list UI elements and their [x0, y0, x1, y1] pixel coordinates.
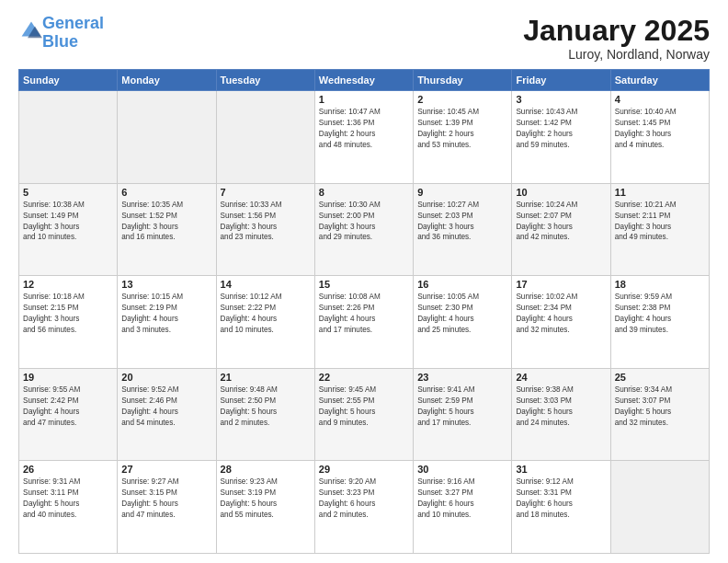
calendar-cell: 10Sunrise: 10:24 AM Sunset: 2:07 PM Dayl…: [512, 183, 610, 276]
day-number: 16: [417, 279, 507, 290]
day-number: 28: [221, 464, 311, 475]
logo: General Blue: [18, 15, 104, 52]
calendar-cell: 7Sunrise: 10:33 AM Sunset: 1:56 PM Dayli…: [216, 183, 314, 276]
month-title: January 2025: [523, 15, 710, 47]
calendar-cell: 19Sunrise: 9:55 AM Sunset: 2:42 PM Dayli…: [19, 368, 118, 461]
col-saturday: Saturday: [610, 70, 709, 91]
week-row-4: 19Sunrise: 9:55 AM Sunset: 2:42 PM Dayli…: [19, 368, 710, 461]
week-row-3: 12Sunrise: 10:18 AM Sunset: 2:15 PM Dayl…: [19, 276, 710, 369]
day-number: 10: [516, 187, 606, 198]
day-detail: Sunrise: 10:05 AM Sunset: 2:30 PM Daylig…: [417, 292, 507, 336]
calendar-cell: 27Sunrise: 9:27 AM Sunset: 3:15 PM Dayli…: [118, 461, 216, 554]
col-friday: Friday: [512, 70, 610, 91]
calendar-cell: 1Sunrise: 10:47 AM Sunset: 1:36 PM Dayli…: [314, 91, 413, 184]
day-detail: Sunrise: 10:12 AM Sunset: 2:22 PM Daylig…: [221, 292, 311, 336]
calendar-cell: 22Sunrise: 9:45 AM Sunset: 2:55 PM Dayli…: [314, 368, 413, 461]
calendar-cell: 17Sunrise: 10:02 AM Sunset: 2:34 PM Dayl…: [512, 276, 610, 369]
day-number: 22: [319, 372, 409, 383]
day-number: 6: [121, 187, 211, 198]
day-detail: Sunrise: 9:12 AM Sunset: 3:31 PM Dayligh…: [516, 477, 606, 521]
calendar-cell: [118, 91, 216, 184]
calendar-cell: [216, 91, 314, 184]
day-detail: Sunrise: 10:40 AM Sunset: 1:45 PM Daylig…: [615, 107, 705, 151]
day-detail: Sunrise: 9:16 AM Sunset: 3:27 PM Dayligh…: [417, 477, 507, 521]
day-detail: Sunrise: 10:02 AM Sunset: 2:34 PM Daylig…: [516, 292, 606, 336]
calendar-cell: 6Sunrise: 10:35 AM Sunset: 1:52 PM Dayli…: [118, 183, 216, 276]
logo-text: General Blue: [42, 15, 104, 52]
day-detail: Sunrise: 9:31 AM Sunset: 3:11 PM Dayligh…: [23, 477, 113, 521]
day-detail: Sunrise: 9:41 AM Sunset: 2:59 PM Dayligh…: [417, 385, 507, 429]
page-header: General Blue January 2025 Luroy, Nordlan…: [18, 15, 710, 62]
day-detail: Sunrise: 9:27 AM Sunset: 3:15 PM Dayligh…: [121, 477, 211, 521]
calendar-cell: 26Sunrise: 9:31 AM Sunset: 3:11 PM Dayli…: [19, 461, 118, 554]
day-number: 26: [23, 464, 113, 475]
day-number: 21: [221, 372, 311, 383]
day-detail: Sunrise: 10:18 AM Sunset: 2:15 PM Daylig…: [23, 292, 113, 336]
week-row-1: 1Sunrise: 10:47 AM Sunset: 1:36 PM Dayli…: [19, 91, 710, 184]
day-number: 31: [516, 464, 606, 475]
day-detail: Sunrise: 9:45 AM Sunset: 2:55 PM Dayligh…: [319, 385, 409, 429]
day-detail: Sunrise: 10:30 AM Sunset: 2:00 PM Daylig…: [319, 200, 409, 244]
day-number: 24: [516, 372, 606, 383]
week-row-2: 5Sunrise: 10:38 AM Sunset: 1:49 PM Dayli…: [19, 183, 710, 276]
day-detail: Sunrise: 10:08 AM Sunset: 2:26 PM Daylig…: [319, 292, 409, 336]
calendar-cell: 9Sunrise: 10:27 AM Sunset: 2:03 PM Dayli…: [414, 183, 512, 276]
day-detail: Sunrise: 10:45 AM Sunset: 1:39 PM Daylig…: [417, 107, 507, 151]
calendar-cell: 12Sunrise: 10:18 AM Sunset: 2:15 PM Dayl…: [19, 276, 118, 369]
day-detail: Sunrise: 9:55 AM Sunset: 2:42 PM Dayligh…: [23, 385, 113, 429]
calendar-cell: 8Sunrise: 10:30 AM Sunset: 2:00 PM Dayli…: [314, 183, 413, 276]
logo-icon: [20, 20, 42, 42]
day-number: 3: [516, 94, 606, 105]
day-number: 17: [516, 279, 606, 290]
calendar-cell: 20Sunrise: 9:52 AM Sunset: 2:46 PM Dayli…: [118, 368, 216, 461]
day-detail: Sunrise: 9:52 AM Sunset: 2:46 PM Dayligh…: [121, 385, 211, 429]
day-detail: Sunrise: 10:38 AM Sunset: 1:49 PM Daylig…: [23, 200, 113, 244]
col-thursday: Thursday: [414, 70, 512, 91]
day-number: 29: [319, 464, 409, 475]
day-detail: Sunrise: 9:20 AM Sunset: 3:23 PM Dayligh…: [319, 477, 409, 521]
calendar-cell: 4Sunrise: 10:40 AM Sunset: 1:45 PM Dayli…: [610, 91, 709, 184]
calendar-header-row: Sunday Monday Tuesday Wednesday Thursday…: [19, 70, 710, 91]
day-detail: Sunrise: 9:23 AM Sunset: 3:19 PM Dayligh…: [221, 477, 311, 521]
day-detail: Sunrise: 9:48 AM Sunset: 2:50 PM Dayligh…: [221, 385, 311, 429]
day-number: 11: [615, 187, 705, 198]
day-number: 19: [23, 372, 113, 383]
day-detail: Sunrise: 10:47 AM Sunset: 1:36 PM Daylig…: [319, 107, 409, 151]
day-number: 1: [319, 94, 409, 105]
day-number: 23: [417, 372, 507, 383]
calendar-cell: [19, 91, 118, 184]
col-sunday: Sunday: [19, 70, 118, 91]
location-subtitle: Luroy, Nordland, Norway: [523, 47, 710, 62]
day-detail: Sunrise: 10:24 AM Sunset: 2:07 PM Daylig…: [516, 200, 606, 244]
calendar-cell: 28Sunrise: 9:23 AM Sunset: 3:19 PM Dayli…: [216, 461, 314, 554]
day-number: 13: [121, 279, 211, 290]
calendar-cell: 2Sunrise: 10:45 AM Sunset: 1:39 PM Dayli…: [414, 91, 512, 184]
calendar-cell: 16Sunrise: 10:05 AM Sunset: 2:30 PM Dayl…: [414, 276, 512, 369]
day-detail: Sunrise: 10:35 AM Sunset: 1:52 PM Daylig…: [121, 200, 211, 244]
calendar-cell: 24Sunrise: 9:38 AM Sunset: 3:03 PM Dayli…: [512, 368, 610, 461]
calendar-cell: 5Sunrise: 10:38 AM Sunset: 1:49 PM Dayli…: [19, 183, 118, 276]
day-number: 15: [319, 279, 409, 290]
day-number: 25: [615, 372, 705, 383]
calendar-cell: 21Sunrise: 9:48 AM Sunset: 2:50 PM Dayli…: [216, 368, 314, 461]
col-tuesday: Tuesday: [216, 70, 314, 91]
calendar-cell: 13Sunrise: 10:15 AM Sunset: 2:19 PM Dayl…: [118, 276, 216, 369]
calendar-cell: [610, 461, 709, 554]
calendar-table: Sunday Monday Tuesday Wednesday Thursday…: [18, 69, 710, 554]
day-number: 4: [615, 94, 705, 105]
day-detail: Sunrise: 10:43 AM Sunset: 1:42 PM Daylig…: [516, 107, 606, 151]
calendar-cell: 3Sunrise: 10:43 AM Sunset: 1:42 PM Dayli…: [512, 91, 610, 184]
calendar-cell: 23Sunrise: 9:41 AM Sunset: 2:59 PM Dayli…: [414, 368, 512, 461]
calendar-cell: 15Sunrise: 10:08 AM Sunset: 2:26 PM Dayl…: [314, 276, 413, 369]
col-monday: Monday: [118, 70, 216, 91]
day-detail: Sunrise: 10:33 AM Sunset: 1:56 PM Daylig…: [221, 200, 311, 244]
day-number: 14: [221, 279, 311, 290]
day-number: 30: [417, 464, 507, 475]
day-detail: Sunrise: 9:59 AM Sunset: 2:38 PM Dayligh…: [615, 292, 705, 336]
day-number: 18: [615, 279, 705, 290]
day-number: 20: [121, 372, 211, 383]
calendar-cell: 30Sunrise: 9:16 AM Sunset: 3:27 PM Dayli…: [414, 461, 512, 554]
day-number: 27: [121, 464, 211, 475]
calendar-cell: 11Sunrise: 10:21 AM Sunset: 2:11 PM Dayl…: [610, 183, 709, 276]
day-detail: Sunrise: 10:15 AM Sunset: 2:19 PM Daylig…: [121, 292, 211, 336]
